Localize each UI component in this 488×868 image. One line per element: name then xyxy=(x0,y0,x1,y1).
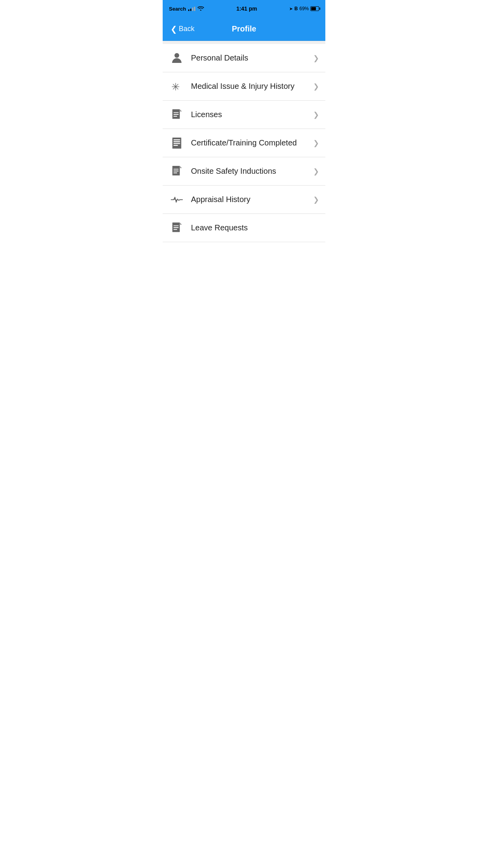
chevron-right-icon-appraisal: ❯ xyxy=(313,195,319,204)
svg-text:✳: ✳ xyxy=(171,81,180,93)
svg-marker-18 xyxy=(180,222,182,224)
status-time: 1:41 pm xyxy=(236,6,257,12)
status-right: ➤ B 69% xyxy=(289,6,319,11)
status-left: Search xyxy=(169,6,204,12)
status-bar: Search 1:41 pm ➤ B 69% xyxy=(163,0,325,17)
svg-rect-9 xyxy=(174,141,180,142)
menu-label-certificate: Certificate/Training Completed xyxy=(191,138,313,147)
svg-rect-10 xyxy=(174,143,180,144)
svg-rect-4 xyxy=(174,112,179,113)
page-title: Profile xyxy=(232,24,256,33)
battery-fill xyxy=(311,7,316,10)
person-icon xyxy=(169,50,185,66)
svg-rect-20 xyxy=(174,227,179,228)
svg-rect-2 xyxy=(172,109,180,118)
svg-rect-11 xyxy=(174,145,178,145)
signal-bar-1 xyxy=(188,9,189,11)
menu-label-leave-requests: Leave Requests xyxy=(191,223,319,232)
chevron-right-icon-medical: ❯ xyxy=(313,82,319,91)
menu-label-personal-details: Personal Details xyxy=(191,53,313,63)
svg-rect-5 xyxy=(174,114,179,115)
menu-item-certificate-training[interactable]: Certificate/Training Completed ❯ xyxy=(163,129,325,157)
chevron-right-icon-onsite: ❯ xyxy=(313,167,319,176)
menu-item-personal-details[interactable]: Personal Details ❯ xyxy=(163,44,325,72)
chevron-right-icon-certificate: ❯ xyxy=(313,139,319,147)
menu-label-appraisal: Appraisal History xyxy=(191,195,313,204)
menu-list: Personal Details ❯ ✳ Medical Issue & Inj… xyxy=(163,44,325,242)
signal-bar-3 xyxy=(192,7,193,11)
signal-bars xyxy=(188,6,195,11)
licenses-document-icon xyxy=(169,107,185,123)
svg-rect-8 xyxy=(174,139,180,140)
menu-label-medical: Medical Issue & Injury History xyxy=(191,82,313,91)
location-icon: ➤ xyxy=(289,6,293,11)
pulse-icon xyxy=(169,192,185,208)
wifi-icon xyxy=(198,6,204,12)
back-button[interactable]: ❮ Back xyxy=(167,21,198,37)
nav-bar: ❮ Back Profile xyxy=(163,17,325,41)
menu-item-licenses[interactable]: Licenses ❯ xyxy=(163,101,325,129)
app-name: Search xyxy=(169,6,186,12)
svg-rect-16 xyxy=(174,172,177,173)
svg-rect-6 xyxy=(174,116,177,116)
svg-rect-21 xyxy=(174,229,177,230)
signal-bar-4 xyxy=(194,7,195,11)
menu-item-medical-issue[interactable]: ✳ Medical Issue & Injury History ❯ xyxy=(163,72,325,101)
back-label: Back xyxy=(179,25,194,33)
menu-item-appraisal-history[interactable]: Appraisal History ❯ xyxy=(163,186,325,214)
separator xyxy=(163,41,325,44)
chevron-right-icon-licenses: ❯ xyxy=(313,110,319,119)
signal-bar-2 xyxy=(190,9,191,11)
bluetooth-icon: B xyxy=(294,6,298,11)
svg-rect-12 xyxy=(172,166,180,175)
menu-item-leave-requests[interactable]: Leave Requests xyxy=(163,214,325,242)
safety-document-icon xyxy=(169,164,185,179)
list-document-icon xyxy=(169,135,185,151)
battery-percent: 69% xyxy=(299,6,309,11)
medical-icon: ✳ xyxy=(169,79,185,94)
svg-marker-13 xyxy=(180,166,182,168)
menu-label-onsite-safety: Onsite Safety Inductions xyxy=(191,167,313,176)
svg-rect-14 xyxy=(174,169,179,169)
svg-point-0 xyxy=(174,53,179,58)
battery-icon xyxy=(310,6,319,11)
chevron-right-icon-personal: ❯ xyxy=(313,54,319,63)
svg-rect-19 xyxy=(174,225,179,226)
leave-document-icon xyxy=(169,220,185,236)
menu-label-licenses: Licenses xyxy=(191,110,313,119)
menu-item-onsite-safety[interactable]: Onsite Safety Inductions ❯ xyxy=(163,157,325,186)
svg-rect-15 xyxy=(174,171,179,171)
svg-marker-3 xyxy=(180,109,182,111)
back-chevron-icon: ❮ xyxy=(171,24,177,34)
